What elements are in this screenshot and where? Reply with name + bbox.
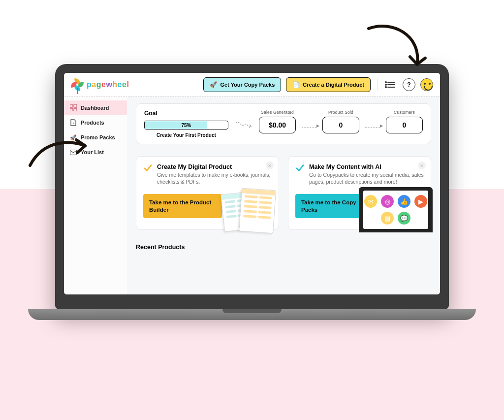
card-title: Make My Content with AI [309, 163, 424, 170]
card-desc: Give me templates to make my e-books, jo… [157, 171, 272, 185]
card-title: Create My Digital Product [157, 163, 272, 170]
rocket-icon: 🚀 [70, 134, 77, 141]
goal-card: Goal 75% Create Your First Product [136, 103, 431, 144]
stat-label: Sales Generated [259, 110, 296, 115]
app-screen: pagewheel 🚀 Get Your Copy Packs 📄 Create… [64, 73, 440, 294]
card-desc: Go to Copypacks to create my social medi… [309, 171, 424, 185]
sidebar-item-label: Your List [81, 149, 104, 155]
sidebar-item-dashboard[interactable]: Dashboard [64, 100, 127, 115]
stat-label: Customers [386, 110, 423, 115]
svg-rect-3 [74, 108, 77, 111]
sidebar: Dashboard Products 🚀 Promo Packs [64, 97, 127, 294]
file-icon [70, 119, 77, 126]
recent-products-title: Recent Products [136, 244, 431, 251]
stat-value: 0 [386, 117, 423, 133]
sidebar-item-your-list[interactable]: Your List [64, 145, 127, 160]
help-button[interactable]: ? [403, 78, 415, 91]
svg-rect-1 [74, 104, 77, 107]
notebook-illustration [207, 186, 281, 232]
grid-icon [70, 104, 77, 111]
goal-progress-label: 75% [181, 123, 191, 128]
rocket-icon: 🚀 [210, 81, 217, 88]
goal-stats: Sales Generated $0.00 Product Sold 0 Cus… [259, 110, 423, 133]
laptop-base [28, 309, 476, 320]
sidebar-item-label: Dashboard [81, 105, 109, 111]
chat-bubble-icon: 💬 [398, 212, 410, 225]
main-content: Goal 75% Create Your First Product [127, 97, 440, 294]
menu-lines-icon [387, 82, 395, 88]
get-copy-packs-label: Get Your Copy Packs [220, 82, 275, 88]
stat-connector [302, 128, 316, 128]
check-icon [295, 163, 304, 172]
mail-icon [70, 149, 77, 156]
play-bubble-icon: ▶ [414, 195, 427, 208]
thumbs-up-bubble-icon: 👍 [398, 195, 410, 208]
goal-subtitle: Create Your First Product [144, 132, 228, 138]
connector-curvy [235, 118, 252, 132]
stat-sales-generated: Sales Generated $0.00 [259, 110, 296, 133]
goal-title: Goal [144, 110, 228, 117]
stat-value: $0.00 [259, 117, 296, 133]
stat-customers: Customers 0 [386, 110, 423, 133]
create-digital-product-button[interactable]: 📄 Create a Digital Product [286, 77, 371, 92]
stat-connector [365, 128, 380, 128]
mail-bubble-icon: ✉ [364, 195, 377, 208]
sidebar-item-products[interactable]: Products [64, 115, 127, 130]
card-ai-content: ✕ Make My Content with AI Go to Copypack… [288, 156, 431, 230]
apps-laptop-illustration: ✉ ◎ 👍 ▶ ▤ 💬 [359, 186, 433, 232]
sidebar-item-label: Promo Packs [81, 134, 115, 140]
dismiss-card-button[interactable]: ✕ [418, 162, 426, 169]
brand-logo[interactable]: pagewheel [71, 78, 129, 91]
menu-lines-button[interactable] [385, 78, 398, 91]
brand-text: pagewheel [87, 80, 129, 89]
pinwheel-icon [71, 78, 84, 91]
svg-rect-0 [70, 104, 73, 107]
doc-bubble-icon: ▤ [381, 212, 394, 225]
goal-progress-bar: 75% [144, 121, 228, 129]
app-header: pagewheel 🚀 Get Your Copy Packs 📄 Create… [64, 73, 440, 97]
create-digital-product-label: Create a Digital Product [303, 82, 364, 88]
svg-point-4 [73, 123, 74, 124]
sidebar-item-label: Products [81, 120, 104, 126]
stat-product-sold: Product Sold 0 [322, 110, 359, 133]
stat-value: 0 [322, 117, 359, 133]
stat-label: Product Sold [322, 110, 359, 115]
instagram-bubble-icon: ◎ [381, 195, 394, 208]
svg-rect-2 [70, 108, 73, 111]
laptop-mockup: pagewheel 🚀 Get Your Copy Packs 📄 Create… [55, 64, 449, 320]
account-smiley-button[interactable] [420, 78, 433, 91]
card-create-product: ✕ Create My Digital Product Give me temp… [136, 156, 279, 230]
sidebar-item-promo-packs[interactable]: 🚀 Promo Packs [64, 130, 127, 145]
check-icon [143, 163, 152, 172]
get-copy-packs-button[interactable]: 🚀 Get Your Copy Packs [203, 77, 281, 92]
dismiss-card-button[interactable]: ✕ [266, 162, 274, 169]
document-icon: 📄 [292, 81, 300, 88]
